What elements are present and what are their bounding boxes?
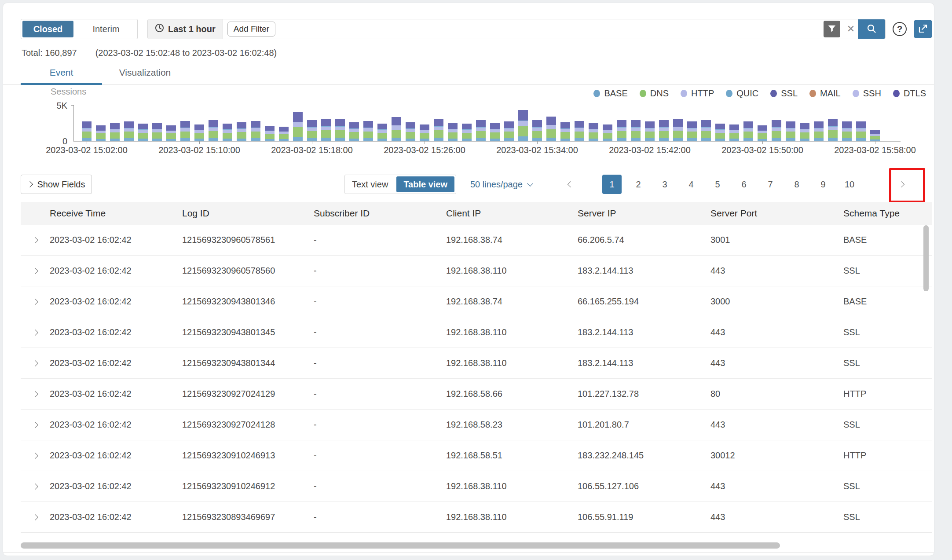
legend-item-dtls[interactable]: DTLS xyxy=(893,88,926,99)
chart-bar[interactable] xyxy=(603,124,612,141)
chart-bar[interactable] xyxy=(575,121,584,141)
tab-visualization[interactable]: Visualization xyxy=(104,64,186,85)
legend-item-dns[interactable]: DNS xyxy=(640,88,669,99)
row-expand-button[interactable] xyxy=(21,348,50,378)
chart-bar[interactable] xyxy=(476,120,486,141)
export-button[interactable] xyxy=(914,20,932,38)
lines-per-page-select[interactable]: 50 lines/page xyxy=(470,175,532,194)
chart-bar[interactable] xyxy=(673,119,683,141)
closed-mode-button[interactable]: Closed xyxy=(22,21,73,37)
chart-bar[interactable] xyxy=(110,123,120,141)
page-button-10[interactable]: 10 xyxy=(840,175,859,194)
chart-bar[interactable] xyxy=(645,121,655,141)
interim-mode-button[interactable]: Interim xyxy=(75,24,137,34)
page-button-7[interactable]: 7 xyxy=(761,175,780,194)
time-range-chip[interactable]: Last 1 hour xyxy=(148,19,223,39)
chart-bar[interactable] xyxy=(82,121,92,141)
row-expand-button[interactable] xyxy=(21,379,50,409)
chart-bar[interactable] xyxy=(420,124,429,141)
text-view-button[interactable]: Text view xyxy=(345,175,395,194)
horizontal-scrollbar-thumb[interactable] xyxy=(21,542,780,549)
chart-bar[interactable] xyxy=(715,124,725,141)
sessions-chart[interactable]: 2023-03-02 15:02:002023-03-02 15:10:0020… xyxy=(73,105,901,142)
chart-bar[interactable] xyxy=(392,117,401,141)
page-button-4[interactable]: 4 xyxy=(681,175,701,194)
chart-bar[interactable] xyxy=(504,121,514,141)
row-expand-button[interactable] xyxy=(21,317,50,348)
page-button-6[interactable]: 6 xyxy=(734,175,754,194)
legend-item-ssl[interactable]: SSL xyxy=(770,88,798,99)
chart-bar[interactable] xyxy=(589,123,598,141)
chart-bar[interactable] xyxy=(321,119,331,141)
row-expand-button[interactable] xyxy=(21,440,50,471)
chart-bar[interactable] xyxy=(518,110,528,141)
chart-bar[interactable] xyxy=(307,120,317,141)
chart-bar[interactable] xyxy=(758,125,767,141)
chart-bar[interactable] xyxy=(152,123,162,141)
vertical-scrollbar-thumb[interactable] xyxy=(923,225,929,291)
chart-bar[interactable] xyxy=(743,121,753,141)
legend-item-ssh[interactable]: SSH xyxy=(853,88,881,99)
chart-bar[interactable] xyxy=(434,119,443,141)
row-expand-button[interactable] xyxy=(21,410,50,440)
chart-bar[interactable] xyxy=(687,121,697,141)
chart-bar[interactable] xyxy=(786,121,795,141)
chart-bar[interactable] xyxy=(138,124,148,141)
show-fields-button[interactable]: Show Fields xyxy=(21,175,92,194)
chart-bar[interactable] xyxy=(293,112,303,141)
legend-item-mail[interactable]: MAIL xyxy=(809,88,841,99)
chart-bar[interactable] xyxy=(335,119,345,141)
filter-query-bar[interactable]: Last 1 hour Add Filter ✕ xyxy=(147,19,886,39)
chart-bar[interactable] xyxy=(124,121,134,141)
chart-bar[interactable] xyxy=(448,123,458,141)
chart-bar[interactable] xyxy=(279,127,289,141)
chart-bar[interactable] xyxy=(631,120,641,141)
filter-funnel-button[interactable] xyxy=(824,21,840,37)
row-expand-button[interactable] xyxy=(21,502,50,532)
row-expand-button[interactable] xyxy=(21,225,50,255)
chart-bar[interactable] xyxy=(96,125,106,141)
page-button-9[interactable]: 9 xyxy=(813,175,833,194)
clear-filter-button[interactable]: ✕ xyxy=(844,23,858,35)
page-button-2[interactable]: 2 xyxy=(629,175,648,194)
chart-bar[interactable] xyxy=(251,121,260,141)
chart-bar[interactable] xyxy=(800,123,809,141)
tab-event[interactable]: Event xyxy=(21,64,102,85)
add-filter-button[interactable]: Add Filter xyxy=(227,22,275,37)
chart-bar[interactable] xyxy=(701,120,711,141)
chart-bar[interactable] xyxy=(870,130,880,141)
legend-item-base[interactable]: BASE xyxy=(593,88,627,99)
chart-bar[interactable] xyxy=(856,121,866,141)
chart-bar[interactable] xyxy=(490,123,500,141)
legend-item-http[interactable]: HTTP xyxy=(681,88,714,99)
chart-bar[interactable] xyxy=(828,119,838,141)
page-button-3[interactable]: 3 xyxy=(655,175,674,194)
chart-bar[interactable] xyxy=(842,121,852,141)
chart-bar[interactable] xyxy=(377,124,387,141)
search-button[interactable] xyxy=(858,19,885,39)
previous-page-button[interactable] xyxy=(563,175,579,194)
chart-bar[interactable] xyxy=(729,124,739,141)
page-button-5[interactable]: 5 xyxy=(708,175,727,194)
row-expand-button[interactable] xyxy=(21,286,50,317)
table-view-button[interactable]: Table view xyxy=(396,176,454,192)
help-button[interactable]: ? xyxy=(893,22,907,36)
chart-bar[interactable] xyxy=(349,122,359,141)
chart-bar[interactable] xyxy=(462,124,472,141)
chart-bar[interactable] xyxy=(166,125,176,141)
chart-bar[interactable] xyxy=(406,122,415,141)
row-expand-button[interactable] xyxy=(21,256,50,286)
chart-bar[interactable] xyxy=(209,120,218,141)
chart-bar[interactable] xyxy=(772,120,781,141)
chart-bar[interactable] xyxy=(237,122,246,141)
chart-bar[interactable] xyxy=(814,121,824,141)
chart-bar[interactable] xyxy=(532,120,542,141)
page-button-1[interactable]: 1 xyxy=(602,175,622,194)
chart-bar[interactable] xyxy=(617,120,626,141)
chart-bar[interactable] xyxy=(194,124,204,141)
chart-bar[interactable] xyxy=(223,124,232,141)
legend-item-quic[interactable]: QUIC xyxy=(726,88,758,99)
chart-bar[interactable] xyxy=(265,126,275,141)
chart-bar[interactable] xyxy=(180,121,190,141)
chart-bar[interactable] xyxy=(546,117,556,141)
